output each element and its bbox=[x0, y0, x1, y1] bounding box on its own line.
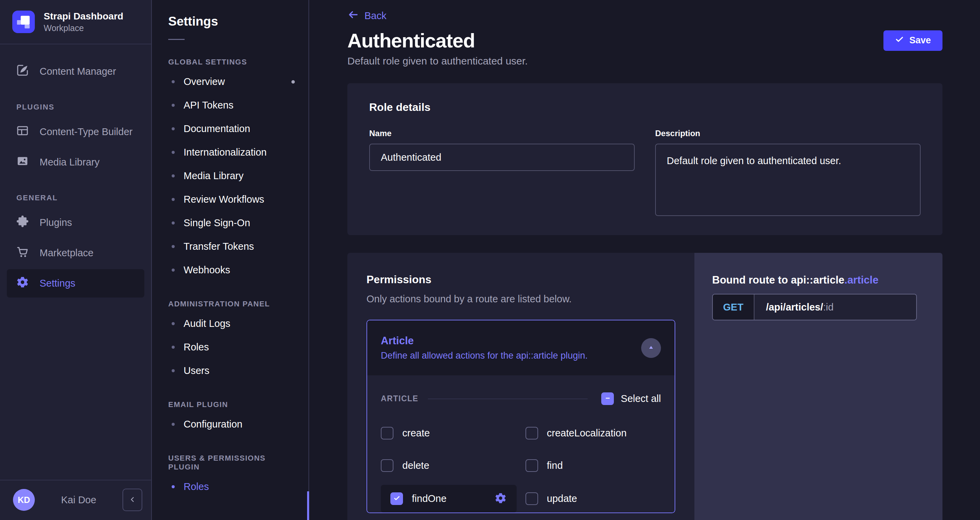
sidebar-item-media-library[interactable]: Media Library bbox=[7, 148, 144, 177]
name-input[interactable]: Authenticated bbox=[369, 144, 635, 171]
delete-checkbox[interactable] bbox=[381, 459, 393, 472]
accordion-title: Article bbox=[381, 335, 588, 347]
findOne-checkbox[interactable] bbox=[390, 492, 403, 505]
check-icon bbox=[393, 493, 401, 504]
find-checkbox[interactable] bbox=[525, 459, 538, 472]
bullet-icon bbox=[172, 485, 175, 488]
action-createLocalization: createLocalization bbox=[525, 420, 661, 446]
select-all-checkbox[interactable] bbox=[601, 393, 614, 405]
subnav-item-admin-roles[interactable]: Roles bbox=[152, 336, 309, 359]
user-row: KD Kai Doe bbox=[0, 480, 151, 520]
article-accordion-header[interactable]: Article Define all allowed actions for t… bbox=[367, 320, 675, 375]
collapse-accordion-button[interactable] bbox=[641, 338, 661, 358]
bullet-icon bbox=[172, 423, 175, 426]
role-details-heading: Role details bbox=[369, 101, 921, 114]
createLocalization-checkbox[interactable] bbox=[525, 427, 538, 439]
sidebar-collapse-button[interactable] bbox=[123, 488, 142, 511]
action-findOne: findOne bbox=[381, 485, 517, 512]
action-update: update bbox=[525, 485, 661, 512]
cog-icon bbox=[494, 492, 507, 506]
user-name: Kai Doe bbox=[35, 495, 123, 506]
chevron-left-icon bbox=[128, 495, 137, 505]
role-details-card: Role details Name Authenticated Descript… bbox=[347, 83, 942, 235]
notification-dot-icon bbox=[291, 80, 295, 84]
main-content: Back Authenticated Save Default role giv… bbox=[309, 0, 980, 520]
bullet-icon bbox=[172, 174, 175, 177]
minus-icon bbox=[604, 395, 611, 403]
sidebar-item-label: Content-Type Builder bbox=[40, 126, 132, 137]
description-label: Description bbox=[655, 129, 921, 138]
bullet-icon bbox=[172, 269, 175, 272]
route-path: /api/articles/:id bbox=[754, 294, 916, 320]
sidebar-item-content-manager[interactable]: Content Manager bbox=[7, 57, 144, 86]
save-button[interactable]: Save bbox=[883, 30, 942, 51]
subnav-item-label: Users bbox=[184, 365, 210, 376]
findOne-settings-button[interactable] bbox=[494, 492, 507, 506]
route-method-badge: GET bbox=[713, 294, 754, 320]
subnav-item-documentation[interactable]: Documentation bbox=[152, 117, 309, 141]
scrollbar-thumb[interactable] bbox=[307, 491, 309, 520]
strapi-logo-icon bbox=[12, 11, 35, 33]
subnav-item-label: Overview bbox=[184, 76, 225, 87]
subnav-item-label: Audit Logs bbox=[184, 318, 230, 329]
gear-icon bbox=[16, 275, 29, 291]
subnav-item-internationalization[interactable]: Internationalization bbox=[152, 141, 309, 164]
workspace-subtitle: Workplace bbox=[44, 22, 123, 33]
subnav-list-users-permissions: Roles bbox=[152, 475, 309, 498]
subnav-item-media-library[interactable]: Media Library bbox=[152, 164, 309, 188]
workspace-title: Strapi Dashboard bbox=[44, 10, 123, 22]
subnav-list-global: Overview API Tokens Documentation Intern… bbox=[152, 70, 309, 282]
subnav-item-label: Webhooks bbox=[184, 264, 230, 276]
create-checkbox[interactable] bbox=[381, 427, 393, 439]
sidebar-item-content-type-builder[interactable]: Content-Type Builder bbox=[7, 118, 144, 146]
sidebar-section-plugins: PLUGINS bbox=[16, 103, 144, 111]
sidebar-item-plugins[interactable]: Plugins bbox=[7, 208, 144, 237]
page-subtitle: Default role given to authenticated user… bbox=[347, 55, 942, 67]
subnav-item-single-sign-on[interactable]: Single Sign-On bbox=[152, 211, 309, 235]
action-find: find bbox=[525, 452, 661, 479]
bullet-icon bbox=[172, 221, 175, 224]
avatar[interactable]: KD bbox=[13, 489, 35, 511]
subnav-section-users-permissions-plugin: USERS & PERMISSIONS PLUGIN bbox=[168, 454, 292, 472]
sidebar-item-marketplace[interactable]: Marketplace bbox=[7, 239, 144, 267]
subnav-list-admin: Audit Logs Roles Users bbox=[152, 312, 309, 383]
subnav-item-webhooks[interactable]: Webhooks bbox=[152, 258, 309, 282]
workspace-brand[interactable]: Strapi Dashboard Workplace bbox=[0, 0, 151, 44]
subnav-item-api-tokens[interactable]: API Tokens bbox=[152, 94, 309, 117]
action-label: findOne bbox=[412, 493, 447, 504]
bound-route-prefix: Bound route to bbox=[712, 274, 791, 286]
actions-grid: create createLocalization delete fi bbox=[381, 420, 661, 512]
subnav-item-review-workflows[interactable]: Review Workflows bbox=[152, 188, 309, 211]
settings-subnav: Settings GLOBAL SETTINGS Overview API To… bbox=[152, 0, 309, 520]
title-divider bbox=[168, 39, 185, 40]
back-link[interactable]: Back bbox=[347, 9, 386, 23]
action-label: create bbox=[402, 428, 430, 439]
subnav-item-label: Transfer Tokens bbox=[184, 241, 254, 252]
subnav-item-overview[interactable]: Overview bbox=[152, 70, 309, 94]
sidebar-item-label: Marketplace bbox=[40, 247, 94, 259]
update-checkbox[interactable] bbox=[525, 492, 538, 505]
sidebar-item-label: Media Library bbox=[40, 157, 100, 168]
bound-route-api: api::article bbox=[791, 274, 845, 286]
subnav-item-configuration[interactable]: Configuration bbox=[152, 412, 309, 436]
bullet-icon bbox=[172, 151, 175, 154]
puzzle-icon bbox=[16, 215, 29, 231]
subnav-item-transfer-tokens[interactable]: Transfer Tokens bbox=[152, 235, 309, 258]
route-param-text: :id bbox=[823, 302, 834, 313]
name-field: Name Authenticated bbox=[369, 129, 635, 216]
subnav-item-label: API Tokens bbox=[184, 100, 234, 111]
sidebar-item-settings[interactable]: Settings bbox=[7, 269, 144, 297]
subnav-item-up-roles[interactable]: Roles bbox=[152, 475, 309, 498]
subnav-item-users[interactable]: Users bbox=[152, 359, 309, 383]
permissions-subtitle: Only actions bound by a route are listed… bbox=[366, 293, 675, 305]
content-manager-icon bbox=[16, 64, 29, 80]
article-group-label: ARTICLE bbox=[381, 394, 418, 403]
subnav-item-label: Internationalization bbox=[184, 147, 267, 158]
main-sidebar: Strapi Dashboard Workplace Content Manag… bbox=[0, 0, 152, 520]
bullet-icon bbox=[172, 245, 175, 248]
description-input[interactable]: Default role given to authenticated user… bbox=[655, 144, 921, 216]
arrow-left-icon bbox=[347, 9, 359, 23]
article-accordion: Article Define all allowed actions for t… bbox=[366, 320, 675, 513]
subnav-item-audit-logs[interactable]: Audit Logs bbox=[152, 312, 309, 336]
subnav-list-email: Configuration bbox=[152, 412, 309, 436]
